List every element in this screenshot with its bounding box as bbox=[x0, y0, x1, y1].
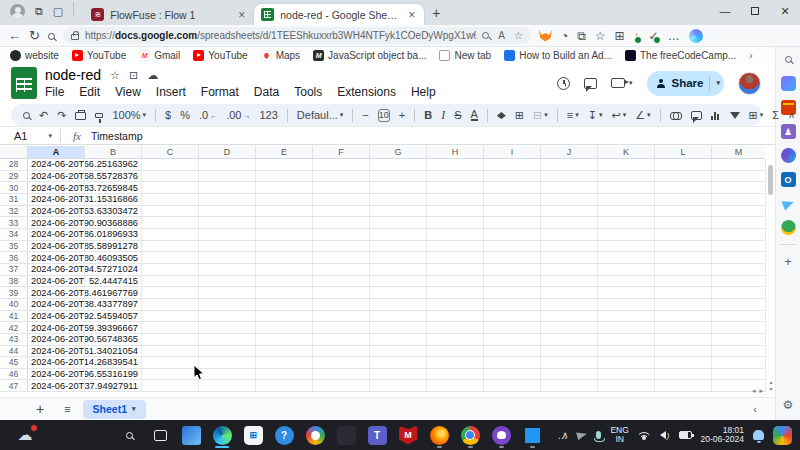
github-desktop-button[interactable] bbox=[489, 422, 513, 448]
formula-input[interactable]: Timestamp bbox=[91, 130, 143, 142]
new-tab-button[interactable]: + bbox=[424, 5, 450, 25]
document-title[interactable]: node-red bbox=[45, 67, 101, 83]
cell-empty[interactable] bbox=[598, 346, 655, 357]
cell-empty[interactable] bbox=[199, 322, 256, 333]
row-header[interactable]: 34 bbox=[0, 229, 28, 240]
battery-icon[interactable] bbox=[679, 431, 692, 439]
cell-col-a[interactable]: 2024-06-20T12:2 bbox=[28, 264, 85, 275]
taskbar-search-button[interactable] bbox=[117, 422, 141, 448]
cell-empty[interactable] bbox=[142, 357, 199, 368]
cell-col-a[interactable]: 2024-06-20T12:2 bbox=[28, 369, 85, 380]
text-color-button[interactable]: A bbox=[471, 109, 478, 121]
cell-col-b[interactable]: 31.15316866 bbox=[85, 194, 142, 205]
zoom-select[interactable]: 100%▾ bbox=[112, 109, 146, 121]
column-header-i[interactable]: I bbox=[484, 146, 541, 158]
window-close-button[interactable]: ✕ bbox=[770, 0, 800, 22]
cell-col-a[interactable]: 2024-06-20T12:2 bbox=[28, 241, 85, 252]
cell-empty[interactable] bbox=[484, 380, 541, 391]
metamask-icon[interactable] bbox=[539, 30, 552, 42]
cell-empty[interactable] bbox=[427, 334, 484, 345]
column-header-h[interactable]: H bbox=[427, 146, 484, 158]
cell-empty[interactable] bbox=[142, 380, 199, 391]
meet-icon[interactable]: ▾ bbox=[611, 76, 632, 91]
cell-empty[interactable] bbox=[199, 217, 256, 228]
text-rotation-icon[interactable]: ∠▾ bbox=[635, 109, 650, 122]
cell-empty[interactable] bbox=[655, 322, 712, 333]
cell-empty[interactable] bbox=[199, 229, 256, 240]
cell-empty[interactable] bbox=[313, 217, 370, 228]
cell-empty[interactable] bbox=[256, 229, 313, 240]
cell-empty[interactable] bbox=[142, 194, 199, 205]
cell-empty[interactable] bbox=[313, 171, 370, 182]
row-header[interactable]: 40 bbox=[0, 299, 28, 310]
cell-empty[interactable] bbox=[142, 182, 199, 193]
version-history-icon[interactable] bbox=[557, 77, 570, 90]
cell-col-b[interactable]: 59.39396667 bbox=[85, 322, 142, 333]
cell-empty[interactable] bbox=[370, 252, 427, 263]
cell-empty[interactable] bbox=[712, 159, 765, 170]
bookmark-gmail[interactable]: MGmail bbox=[139, 50, 180, 61]
cell-empty[interactable] bbox=[541, 287, 598, 298]
cell-empty[interactable] bbox=[712, 287, 765, 298]
column-header-c[interactable]: C bbox=[142, 146, 199, 158]
cell-empty[interactable] bbox=[256, 287, 313, 298]
language-indicator[interactable]: ENGIN bbox=[610, 426, 628, 444]
cell-empty[interactable] bbox=[256, 369, 313, 380]
cell-empty[interactable] bbox=[484, 346, 541, 357]
row-header[interactable]: 38 bbox=[0, 276, 28, 287]
cell-empty[interactable] bbox=[484, 369, 541, 380]
cell-empty[interactable] bbox=[199, 311, 256, 322]
cell-empty[interactable] bbox=[541, 252, 598, 263]
cell-empty[interactable] bbox=[427, 287, 484, 298]
menu-extensions[interactable]: Extensions bbox=[337, 85, 396, 99]
cell-empty[interactable] bbox=[142, 229, 199, 240]
sidebar-add-icon[interactable]: + bbox=[781, 254, 796, 269]
cell-empty[interactable] bbox=[370, 264, 427, 275]
cell-empty[interactable] bbox=[484, 299, 541, 310]
user-avatar[interactable] bbox=[738, 72, 761, 95]
cell-empty[interactable] bbox=[313, 357, 370, 368]
cell-empty[interactable] bbox=[598, 380, 655, 391]
hide-menus-icon[interactable]: ∧ bbox=[788, 110, 795, 120]
cell-empty[interactable] bbox=[541, 206, 598, 217]
italic-button[interactable]: I bbox=[441, 108, 445, 123]
select-all-corner[interactable] bbox=[0, 146, 28, 158]
tab-sheets[interactable]: node-red - Google Sheets × bbox=[254, 4, 424, 25]
cell-empty[interactable] bbox=[427, 206, 484, 217]
format-percent-button[interactable]: % bbox=[180, 109, 190, 121]
cell-empty[interactable] bbox=[655, 229, 712, 240]
sheet-tab-menu-icon[interactable]: ▾ bbox=[132, 405, 136, 413]
column-header-m[interactable]: M bbox=[712, 146, 765, 158]
cell-empty[interactable] bbox=[256, 171, 313, 182]
cell-empty[interactable] bbox=[712, 369, 765, 380]
cell-empty[interactable] bbox=[484, 287, 541, 298]
bookmark-js[interactable]: MJavaScript object ba... bbox=[313, 50, 426, 61]
wifi-icon[interactable] bbox=[638, 430, 651, 440]
cell-empty[interactable] bbox=[256, 252, 313, 263]
mcafee-button[interactable]: M bbox=[396, 422, 420, 448]
column-header-j[interactable]: J bbox=[541, 146, 598, 158]
cell-empty[interactable] bbox=[427, 357, 484, 368]
cell-empty[interactable] bbox=[313, 264, 370, 275]
share-dropdown-icon[interactable]: ▾ bbox=[716, 79, 720, 87]
cell-empty[interactable] bbox=[370, 299, 427, 310]
cell-col-a[interactable]: 2024-06-20T12:2 bbox=[28, 217, 85, 228]
cell-col-a[interactable]: 2024-06-20T12:2 bbox=[28, 334, 85, 345]
vscode-button[interactable] bbox=[520, 422, 544, 448]
menu-format[interactable]: Format bbox=[201, 85, 239, 99]
back-icon[interactable]: ← bbox=[8, 28, 21, 43]
merge-cells-icon[interactable]: ⊟▾ bbox=[533, 109, 548, 122]
cloud-saved-icon[interactable]: ☁ bbox=[147, 69, 158, 82]
cell-empty[interactable] bbox=[655, 217, 712, 228]
cell-empty[interactable] bbox=[712, 311, 765, 322]
cell-col-a[interactable]: 2024-06-20T12:2 bbox=[28, 206, 85, 217]
cell-empty[interactable] bbox=[541, 182, 598, 193]
column-header-k[interactable]: K bbox=[598, 146, 655, 158]
microsoft-365-button[interactable] bbox=[334, 422, 358, 448]
cell-empty[interactable] bbox=[427, 299, 484, 310]
microphone-icon[interactable] bbox=[596, 431, 601, 439]
cell-empty[interactable] bbox=[541, 334, 598, 345]
copilot-icon[interactable] bbox=[689, 29, 703, 43]
cell-empty[interactable] bbox=[142, 311, 199, 322]
cell-empty[interactable] bbox=[712, 299, 765, 310]
